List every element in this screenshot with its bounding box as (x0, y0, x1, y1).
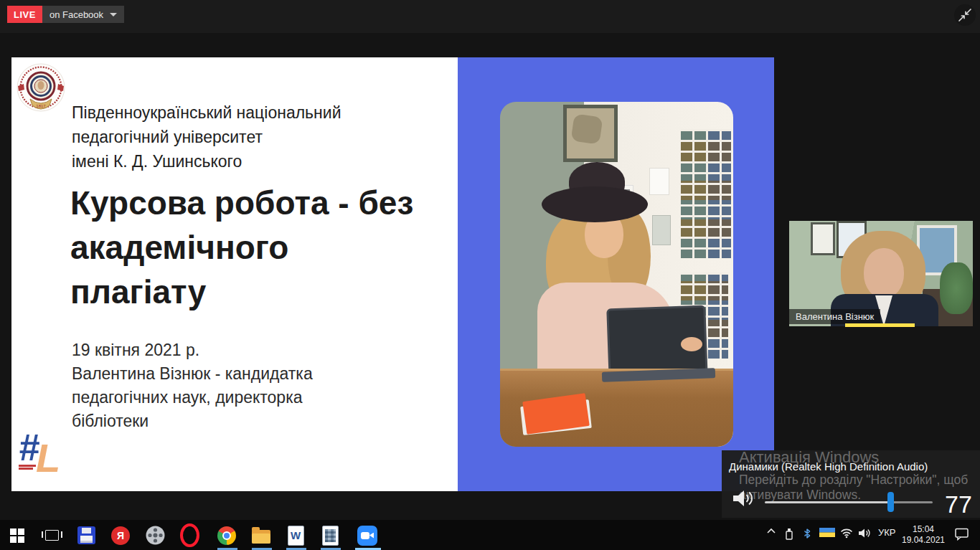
tray-time: 15:04 (900, 524, 947, 535)
live-badge: LIVE (7, 6, 42, 23)
emblem-year: 1817 (36, 104, 46, 108)
windows-activation-watermark: активувати Windows. (739, 488, 861, 503)
floppy-disk-icon (77, 526, 95, 544)
action-center-button[interactable] (954, 527, 970, 541)
folder-icon (252, 530, 270, 544)
tray-show-hidden-button[interactable] (766, 527, 776, 534)
chevron-up-icon (766, 527, 776, 534)
windows-activation-watermark: Перейдіть до розділу "Настройки", щоб (739, 473, 968, 488)
yandex-browser-icon: Я (111, 526, 130, 545)
volume-value: 77 (940, 490, 977, 518)
tray-wifi[interactable] (839, 527, 854, 539)
task-view-icon (45, 530, 59, 541)
start-button[interactable] (7, 526, 27, 545)
active-app-indicator (355, 548, 381, 550)
presentation-slide: 1817 Південноукраїнський національний пе… (11, 57, 774, 491)
speaker-line: Валентина Візнюк - кандидатка (72, 362, 313, 386)
word-icon: W (288, 526, 304, 546)
photo-collage (681, 129, 731, 258)
speaker-line: педагогічних наук, директорка (72, 386, 313, 409)
ukraine-flag-icon (819, 527, 835, 538)
taskbar-app-floppy[interactable] (76, 526, 96, 545)
slide-title-line: академічного (70, 225, 413, 270)
tray-date: 19.04.2021 (900, 535, 947, 546)
calculator-icon (322, 526, 339, 546)
tray-volume[interactable] (858, 527, 872, 539)
meeting-screen: LIVE on Facebook (0, 0, 980, 550)
live-status: LIVE on Facebook (7, 6, 124, 23)
participant-video[interactable]: Валентина Візнюк (789, 221, 973, 326)
taskbar-app-yandex[interactable]: Я (110, 526, 131, 545)
taskbar: Я W (0, 520, 980, 550)
chrome-icon (217, 526, 236, 545)
university-name: Південноукраїнський національний педагог… (72, 100, 341, 174)
participant-name-label: Валентина Візнюк (789, 309, 880, 324)
speaker-icon (858, 527, 872, 539)
tray-language-indicator[interactable]: УКР (878, 527, 896, 538)
taskbar-app-chrome[interactable] (217, 526, 237, 545)
university-emblem-icon: 1817 (16, 62, 66, 118)
taskbar-app-opera[interactable] (179, 526, 199, 545)
volume-popup: Активація Windows Динамики (Realtek High… (722, 450, 980, 518)
tray-flag-ukraine[interactable] (819, 527, 835, 538)
stock-photo-woman-laptop (500, 102, 733, 447)
speaker-line: бібліотеки (72, 409, 313, 433)
zoom-icon (357, 526, 377, 546)
university-name-line: педагогічний університет (72, 125, 341, 149)
task-view-button[interactable] (42, 526, 62, 545)
taskbar-app-file-explorer[interactable] (251, 526, 271, 545)
bluetooth-icon (801, 527, 813, 540)
slide-accent-panel (458, 57, 774, 491)
slide-meta: 19 квітня 2021 р. Валентина Візнюк - кан… (72, 338, 313, 433)
tray-usb[interactable] (783, 527, 795, 541)
windows-logo-icon (10, 528, 24, 543)
volume-slider-track[interactable] (765, 501, 933, 503)
volume-slider-thumb[interactable] (887, 492, 894, 512)
usb-icon (783, 527, 795, 541)
opera-icon (180, 523, 199, 547)
university-name-line: Південноукраїнський національний (72, 100, 341, 125)
slide-date: 19 квітня 2021 р. (72, 338, 313, 362)
slide-title-line: плагіату (70, 270, 413, 314)
taskbar-app-word[interactable]: W (286, 526, 306, 545)
chevron-down-icon (110, 13, 117, 16)
exit-fullscreen-icon (957, 7, 973, 23)
notification-bubble-icon (954, 527, 970, 541)
live-platform-label: on Facebook (50, 9, 103, 20)
taskbar-app-media-player[interactable] (145, 526, 165, 545)
audio-device-label: Динамики (Realtek High Definition Audio) (729, 460, 928, 473)
speaker-icon[interactable] (732, 488, 756, 508)
exit-fullscreen-button[interactable] (954, 4, 976, 26)
speaking-indicator (845, 323, 915, 327)
film-reel-icon (146, 526, 165, 545)
slide-title-line: Курсова робота - без (70, 181, 413, 225)
slide-title: Курсова робота - без академічного плагіа… (70, 181, 413, 314)
live-bar: LIVE on Facebook (0, 0, 980, 33)
library-logo-icon: # L (19, 432, 69, 486)
taskbar-app-zoom[interactable] (357, 526, 377, 545)
wall-frame (563, 105, 618, 162)
university-name-line: імені К. Д. Ушинського (72, 149, 341, 174)
live-platform-dropdown[interactable]: on Facebook (42, 6, 124, 23)
tray-bluetooth[interactable] (801, 527, 813, 540)
taskbar-app-calculator[interactable] (320, 526, 340, 545)
wifi-icon (839, 527, 854, 539)
tray-clock[interactable]: 15:04 19.04.2021 (900, 524, 947, 546)
